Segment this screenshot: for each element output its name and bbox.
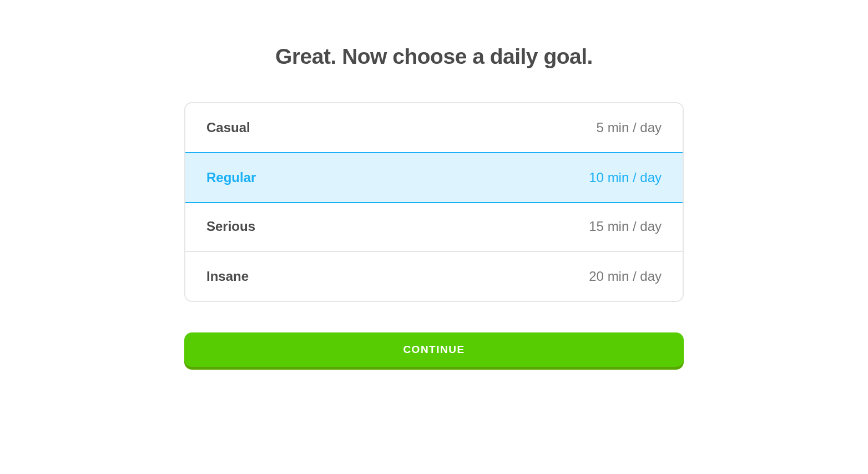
goal-option-regular[interactable]: Regular 10 min / day	[184, 152, 684, 203]
goal-name: Casual	[206, 120, 250, 135]
goal-duration: 5 min / day	[597, 120, 662, 135]
goal-duration: 10 min / day	[589, 170, 662, 185]
goal-name: Serious	[206, 219, 255, 234]
page-title: Great. Now choose a daily goal.	[184, 44, 684, 69]
goal-name: Regular	[206, 170, 256, 185]
goals-list: Casual 5 min / day Regular 10 min / day …	[184, 102, 684, 302]
goal-selection-container: Great. Now choose a daily goal. Casual 5…	[184, 0, 684, 367]
goal-option-casual[interactable]: Casual 5 min / day	[185, 103, 683, 153]
continue-button[interactable]: CONTINUE	[184, 332, 684, 367]
goal-option-insane[interactable]: Insane 20 min / day	[185, 252, 683, 301]
goal-option-serious[interactable]: Serious 15 min / day	[185, 202, 683, 252]
goal-name: Insane	[206, 269, 249, 284]
goal-duration: 15 min / day	[589, 219, 662, 234]
goal-duration: 20 min / day	[589, 269, 662, 284]
